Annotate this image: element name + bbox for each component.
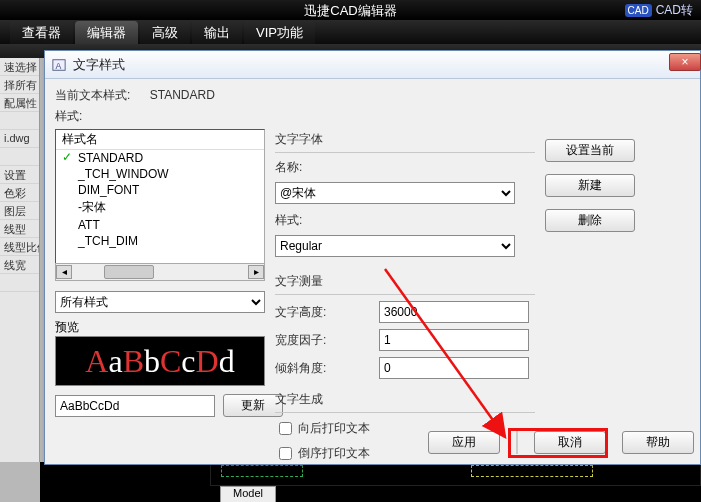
style-item[interactable]: STANDARD (56, 150, 264, 166)
middle-column: 文字字体 名称: @宋体 样式: Regular 文字测量 文字高度: 宽度因子… (275, 129, 535, 469)
width-factor-label: 宽度因子: (275, 332, 339, 349)
side-item[interactable]: 图层 (0, 202, 39, 220)
svg-text:A: A (56, 60, 62, 70)
bottom-buttons: 应用 取消 帮助 (428, 430, 694, 454)
width-factor-input[interactable] (379, 329, 529, 351)
gen-group-label: 文字生成 (275, 391, 535, 408)
text-style-dialog: A 文字样式 × 当前文本样式: STANDARD 样式: 样式名 STANDA… (44, 50, 701, 465)
name-label: 名称: (275, 159, 339, 176)
cad-badge-icon: CAD (625, 4, 652, 17)
current-style-value: STANDARD (150, 88, 215, 102)
app-title: 迅捷CAD编辑器 (304, 2, 396, 20)
font-group-label: 文字字体 (275, 131, 535, 148)
dialog-body: 当前文本样式: STANDARD 样式: 样式名 STANDARD _TCH_W… (45, 79, 700, 464)
side-item[interactable]: 色彩 (0, 184, 39, 202)
app-titlebar: 迅捷CAD编辑器 CADCAD转 (0, 0, 701, 20)
print-backward-checkbox[interactable] (279, 422, 292, 435)
separator (516, 430, 518, 454)
style-item[interactable]: -宋体 (56, 198, 264, 217)
tab-editor[interactable]: 编辑器 (75, 21, 138, 44)
tab-viewer[interactable]: 查看器 (10, 21, 73, 44)
side-item[interactable]: 设置 (0, 166, 39, 184)
side-item[interactable] (0, 112, 39, 130)
style-filter-select[interactable]: 所有样式 (55, 291, 265, 313)
set-current-button[interactable]: 设置当前 (545, 139, 635, 162)
style-list[interactable]: 样式名 STANDARD _TCH_WINDOW DIM_FONT -宋体 AT… (55, 129, 265, 264)
preview-sample: AaBbCcDd (85, 343, 234, 380)
print-backward-label: 向后打印文本 (298, 420, 370, 437)
style-item[interactable]: _TCH_DIM (56, 233, 264, 249)
oblique-label: 倾斜角度: (275, 360, 339, 377)
oblique-input[interactable] (379, 357, 529, 379)
scroll-right-icon[interactable]: ▸ (248, 265, 264, 279)
scroll-thumb[interactable] (104, 265, 154, 279)
side-panel: 速选择 择所有 配属性 i.dwg 设置 色彩 图层 线型 线型比例 线宽 (0, 58, 40, 462)
height-label: 文字高度: (275, 304, 339, 321)
dialog-titlebar[interactable]: A 文字样式 × (45, 51, 700, 79)
styles-label: 样式: (55, 108, 690, 125)
left-column: 样式名 STANDARD _TCH_WINDOW DIM_FONT -宋体 AT… (55, 129, 265, 417)
print-upside-checkbox[interactable] (279, 447, 292, 460)
tab-output[interactable]: 输出 (192, 21, 242, 44)
app-right-text[interactable]: CAD转 (656, 3, 693, 17)
style-item[interactable]: ATT (56, 217, 264, 233)
app-right-area: CADCAD转 (625, 2, 693, 19)
apply-button[interactable]: 应用 (428, 431, 500, 454)
tab-advanced[interactable]: 高级 (140, 21, 190, 44)
cancel-button[interactable]: 取消 (534, 431, 606, 454)
current-style-row: 当前文本样式: STANDARD (55, 87, 690, 104)
refresh-button[interactable]: 更新 (223, 394, 283, 417)
close-button[interactable]: × (669, 53, 701, 71)
measure-group-label: 文字测量 (275, 273, 535, 290)
side-item[interactable]: 择所有 (0, 76, 39, 94)
height-input[interactable] (379, 301, 529, 323)
scroll-left-icon[interactable]: ◂ (56, 265, 72, 279)
side-item[interactable] (0, 274, 39, 292)
preview-box: AaBbCcDd (55, 336, 265, 386)
current-style-label: 当前文本样式: (55, 88, 130, 102)
model-tab[interactable]: Model (220, 486, 276, 502)
side-item[interactable]: 线型 (0, 220, 39, 238)
side-item[interactable]: 线型比例 (0, 238, 39, 256)
delete-button[interactable]: 删除 (545, 209, 635, 232)
right-buttons: 设置当前 新建 删除 (545, 139, 635, 232)
font-name-select[interactable]: @宋体 (275, 182, 515, 204)
preview-input[interactable] (55, 395, 215, 417)
side-item[interactable] (0, 148, 39, 166)
tab-vip[interactable]: VIP功能 (244, 21, 315, 44)
preview-label: 预览 (55, 319, 265, 336)
font-style-select[interactable]: Regular (275, 235, 515, 257)
new-button[interactable]: 新建 (545, 174, 635, 197)
print-upside-label: 倒序打印文本 (298, 445, 370, 462)
hscrollbar[interactable]: ◂ ▸ (55, 263, 265, 281)
side-item[interactable]: i.dwg (0, 130, 39, 148)
side-item[interactable]: 速选择 (0, 58, 39, 76)
side-item[interactable]: 线宽 (0, 256, 39, 274)
text-style-icon: A (51, 57, 67, 73)
help-button[interactable]: 帮助 (622, 431, 694, 454)
ribbon-tabs: 查看器 编辑器 高级 输出 VIP功能 (0, 20, 701, 44)
style-label: 样式: (275, 212, 339, 229)
style-item[interactable]: DIM_FONT (56, 182, 264, 198)
dialog-title: 文字样式 (73, 56, 125, 74)
style-item[interactable]: _TCH_WINDOW (56, 166, 264, 182)
style-list-header: 样式名 (56, 130, 264, 150)
side-item[interactable]: 配属性 (0, 94, 39, 112)
